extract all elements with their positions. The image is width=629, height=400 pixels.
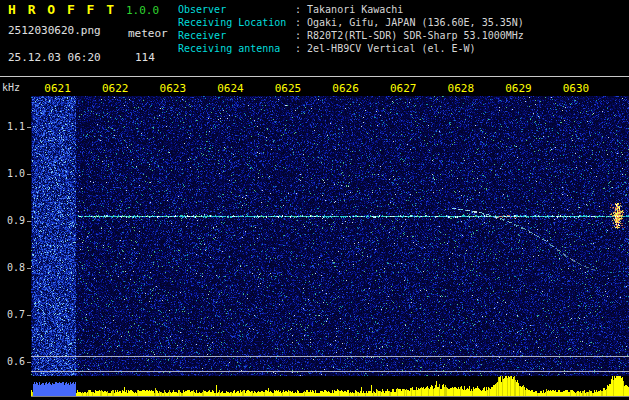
y-axis-unit-label: kHz: [2, 82, 20, 93]
label-value-separator: :: [295, 29, 301, 42]
time-tick-label: 0625: [275, 82, 302, 95]
time-tick-label: 0622: [102, 82, 129, 95]
frequency-tick-label: 1.0: [3, 168, 25, 179]
station-info-label: Receiver: [178, 29, 295, 42]
record-datetime: 25.12.03 06:20: [8, 51, 101, 64]
app-title: H R O F F T: [8, 2, 116, 17]
echo-count: 114: [135, 51, 155, 64]
station-info-value: Ogaki, Gifu, JAPAN (136.60E, 35.35N): [307, 16, 524, 29]
time-tick-label: 0630: [563, 82, 590, 95]
frequency-tick-label: 0.9: [3, 215, 25, 226]
frequency-tick-label: 0.8: [3, 262, 25, 273]
label-value-separator: :: [295, 16, 301, 29]
station-info-label: Observer: [178, 3, 295, 16]
station-info-value: 2el-HB9CV Vertical (el. E-W): [307, 42, 476, 55]
mode-label: meteor: [128, 27, 168, 40]
time-tick-label: 0623: [160, 82, 187, 95]
time-tick-label: 0629: [505, 82, 532, 95]
station-info-row: Receiving Location:Ogaki, Gifu, JAPAN (1…: [178, 16, 524, 29]
output-filename: 2512030620.png: [8, 24, 101, 37]
time-tick-label: 0626: [332, 82, 359, 95]
hrofft-window: H R O F F T 1.0.0 2512030620.png meteor …: [0, 0, 629, 400]
time-tick-label: 0628: [448, 82, 475, 95]
label-value-separator: :: [295, 42, 301, 55]
station-info-label: Receiving Location: [178, 16, 295, 29]
station-info-value: R820T2(RTL-SDR) SDR-Sharp 53.1000MHz: [307, 29, 524, 42]
header-divider: [0, 76, 629, 77]
station-info: Observer:Takanori KawachiReceiving Locat…: [178, 3, 524, 55]
time-tick-label: 0621: [44, 82, 71, 95]
station-info-value: Takanori Kawachi: [307, 3, 403, 16]
station-info-row: Receiving antenna:2el-HB9CV Vertical (el…: [178, 42, 524, 55]
station-info-row: Receiver:R820T2(RTL-SDR) SDR-Sharp 53.10…: [178, 29, 524, 42]
frequency-tick-label: 0.7: [3, 309, 25, 320]
station-info-row: Observer:Takanori Kawachi: [178, 3, 524, 16]
spectrogram-canvas: [31, 96, 629, 397]
app-version: 1.0.0: [126, 4, 159, 17]
time-tick-label: 0624: [217, 82, 244, 95]
station-info-label: Receiving antenna: [178, 42, 295, 55]
frequency-tick-label: 1.1: [3, 121, 25, 132]
label-value-separator: :: [295, 3, 301, 16]
time-tick-label: 0627: [390, 82, 417, 95]
frequency-tick-label: 0.6: [3, 356, 25, 367]
